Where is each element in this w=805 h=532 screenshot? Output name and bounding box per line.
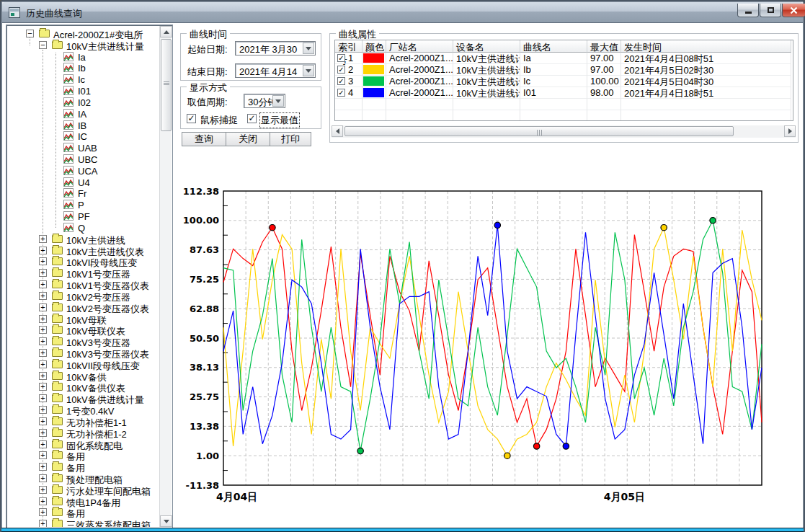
maximize-button[interactable]: [760, 4, 781, 17]
dropdown-arrow-icon[interactable]: [272, 95, 284, 107]
tree-item-10kV主供进线仪表[interactable]: +10kV主供进线仪表: [7, 245, 160, 257]
expand-icon[interactable]: +: [39, 474, 47, 482]
tree-item-IA[interactable]: IA: [7, 108, 160, 120]
table-scroll-thumb[interactable]: [344, 126, 734, 136]
tree-item-10kV母联[interactable]: +10kV母联: [7, 314, 160, 325]
tree-item-10kVII段母线压变[interactable]: +10kVII段母线压变: [7, 359, 160, 371]
scroll-up-button[interactable]: [160, 26, 172, 37]
table-cell[interactable]: ✓1: [335, 53, 363, 64]
expand-icon[interactable]: +: [39, 383, 47, 391]
table-cell[interactable]: 2021年4月5日04时30: [621, 76, 791, 87]
tree-item-10kV备供进线计量[interactable]: +10kV备供进线计量: [7, 393, 160, 404]
table-cell[interactable]: [363, 76, 386, 87]
tree-item-10kV1号变压器[interactable]: +10kV1号变压器: [7, 267, 160, 279]
row-checkbox[interactable]: ✓: [337, 54, 345, 62]
tree-item-10kV1号变压器仪表[interactable]: +10kV1号变压器仪表: [7, 279, 160, 291]
table-cell[interactable]: Acrel-2000Z1...: [386, 53, 453, 64]
expand-icon[interactable]: +: [39, 417, 47, 425]
tree-item-10kV主供进线计量[interactable]: −10kV主供进线计量: [7, 40, 160, 51]
expand-icon[interactable]: +: [39, 372, 47, 380]
expand-icon[interactable]: +: [39, 247, 47, 254]
tree-item-无功补偿柜1-2[interactable]: +无功补偿柜1-2: [7, 427, 160, 439]
tree-item-U4[interactable]: U4: [7, 177, 160, 188]
expand-icon[interactable]: +: [39, 349, 47, 357]
tree-item-预处理配电箱[interactable]: +预处理配电箱: [7, 473, 160, 484]
collapse-icon[interactable]: −: [26, 30, 34, 37]
tree-item-10kV2号变压器[interactable]: +10kV2号变压器: [7, 291, 160, 302]
row-checkbox[interactable]: ✓: [337, 89, 345, 97]
tree-item-Ic[interactable]: Ic: [7, 74, 160, 85]
expand-icon[interactable]: +: [39, 463, 47, 471]
tree-item-10kV2号变压器仪表[interactable]: +10kV2号变压器仪表: [7, 302, 160, 314]
expand-icon[interactable]: +: [39, 337, 47, 345]
column-header-厂站名[interactable]: 厂站名: [386, 40, 453, 53]
expand-icon[interactable]: +: [39, 440, 47, 448]
tree-item-UBC[interactable]: UBC: [7, 154, 160, 165]
row-checkbox[interactable]: ✓: [337, 77, 345, 85]
expand-icon[interactable]: +: [39, 497, 47, 505]
table-cell[interactable]: [363, 64, 386, 76]
table-cell[interactable]: 97.00: [587, 53, 621, 64]
scroll-left-button[interactable]: [332, 125, 343, 137]
table-cell[interactable]: 10kV主供进线计量: [453, 87, 520, 99]
mouse-capture-checkbox[interactable]: ✓: [187, 114, 196, 123]
scroll-down-button[interactable]: [160, 515, 172, 527]
table-cell[interactable]: 97.00: [587, 64, 621, 76]
table-cell[interactable]: ✓3: [335, 76, 363, 87]
dropdown-arrow-icon[interactable]: [303, 65, 314, 76]
tree-item-备用[interactable]: +备用: [7, 450, 160, 461]
table-cell[interactable]: ✓2: [335, 64, 363, 76]
table-cell[interactable]: Acrel-2000Z1...: [386, 76, 453, 87]
expand-icon[interactable]: +: [39, 280, 47, 288]
expand-icon[interactable]: +: [39, 406, 47, 414]
column-header-索引号[interactable]: 索引号: [335, 40, 363, 53]
tree-item-Fr[interactable]: Fr: [7, 187, 160, 199]
minimize-button[interactable]: [737, 4, 759, 17]
query-button[interactable]: 查询: [182, 132, 226, 146]
tree-item-备用[interactable]: +备用: [7, 507, 160, 518]
table-cell[interactable]: 10kV主供进线计量: [453, 76, 520, 87]
tree-item-IB[interactable]: IB: [7, 120, 160, 131]
table-cell[interactable]: Acrel-2000Z1...: [386, 87, 453, 99]
tree-item-UAB[interactable]: UAB: [7, 142, 160, 154]
table-cell[interactable]: Ic: [520, 76, 587, 87]
close-dialog-button[interactable]: 关闭: [226, 132, 270, 146]
expand-icon[interactable]: +: [39, 508, 47, 516]
tree-item-I01[interactable]: I01: [7, 85, 160, 97]
expand-icon[interactable]: +: [39, 394, 47, 402]
table-cell[interactable]: 2021年4月4日08时51: [621, 53, 791, 64]
tree-item-PF[interactable]: PF: [7, 210, 160, 222]
tree-item-三效蒸发系统配电箱[interactable]: +三效蒸发系统配电箱: [7, 518, 160, 527]
expand-icon[interactable]: +: [39, 429, 47, 437]
expand-icon[interactable]: +: [39, 315, 47, 323]
column-header-最大值[interactable]: 最大值: [587, 40, 621, 53]
expand-icon[interactable]: +: [39, 257, 47, 265]
expand-icon[interactable]: +: [39, 269, 47, 277]
expand-icon[interactable]: +: [39, 292, 47, 300]
show-extremes-checkbox[interactable]: ✓: [247, 114, 257, 123]
expand-icon[interactable]: +: [39, 486, 47, 494]
column-header-设备名[interactable]: 设备名: [453, 40, 520, 53]
tree-item-Ib[interactable]: Ib: [7, 62, 160, 74]
scroll-right-button[interactable]: [784, 125, 796, 137]
tree-item-UCA[interactable]: UCA: [7, 165, 160, 177]
table-cell[interactable]: Ia: [520, 53, 587, 64]
expand-icon[interactable]: +: [39, 360, 47, 368]
dropdown-arrow-icon[interactable]: [303, 43, 314, 54]
expand-icon[interactable]: +: [39, 303, 47, 311]
tree-item-无功补偿柜1-1[interactable]: +无功补偿柜1-1: [7, 416, 160, 427]
table-cell[interactable]: Ib: [520, 64, 587, 76]
table-cell[interactable]: 98.00: [587, 87, 621, 99]
tree-item-10kV母联仪表[interactable]: +10kV母联仪表: [7, 324, 160, 336]
tree-scroll-thumb[interactable]: [161, 39, 172, 131]
tree-item-1号变0.4kV[interactable]: +1号变0.4kV: [7, 404, 160, 416]
table-cell[interactable]: 100.00: [587, 76, 621, 87]
tree-item-固化系统配电[interactable]: +固化系统配电: [7, 439, 160, 451]
column-header-曲线名[interactable]: 曲线名: [520, 40, 587, 53]
tree-item-IC[interactable]: IC: [7, 130, 160, 142]
tree-item-10kV备供[interactable]: +10kV备供: [7, 371, 160, 382]
start-date-combo[interactable]: 2021年 3月30: [235, 41, 316, 56]
tree-item-Acrel-2000Z1#变电所[interactable]: −Acrel-2000Z1#变电所: [7, 28, 160, 40]
tree-item-10kV3号变压器仪表[interactable]: +10kV3号变压器仪表: [7, 347, 160, 359]
period-combo[interactable]: 30分钟: [244, 94, 285, 108]
